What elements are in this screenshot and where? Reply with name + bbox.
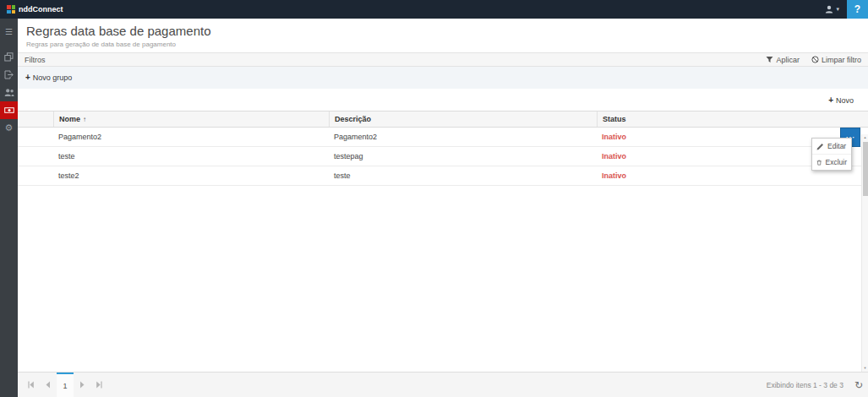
cell-nome: teste2 (53, 171, 329, 180)
layout: ☰ ⚙ (0, 19, 868, 397)
clear-filter-icon (811, 56, 819, 63)
grid-header: Nome ↑ Descrição Status (18, 111, 868, 128)
grid-toolbar: + Novo (18, 89, 868, 111)
scroll-down-icon[interactable]: ▼ (862, 365, 868, 372)
sort-asc-icon: ↑ (83, 116, 86, 123)
cell-descricao: Pagamento2 (329, 133, 597, 141)
page-head: Regras data base de pagamento Regras par… (18, 19, 868, 52)
user-menu-button[interactable]: ▾ (817, 0, 847, 19)
status-badge: Inativo (597, 171, 868, 180)
export-icon (4, 70, 14, 79)
plus-icon: + (828, 96, 833, 105)
delete-menu-label: Excluir (825, 158, 847, 166)
scrollbar-thumb[interactable] (863, 142, 868, 196)
sidebar-item-payments[interactable] (0, 101, 18, 119)
data-grid: Nome ↑ Descrição Status Pagamento2 Pagam… (18, 111, 868, 186)
next-page-icon (79, 381, 85, 389)
scroll-up-icon[interactable]: ▲ (862, 134, 868, 141)
sidebar-menu-toggle[interactable]: ☰ (0, 23, 18, 41)
documents-icon (4, 52, 14, 62)
new-group-button[interactable]: + Novo grupo (25, 73, 72, 82)
items-summary: Exibindo itens 1 - 3 de 3 (767, 381, 843, 389)
user-icon (825, 5, 833, 14)
sidebar: ☰ ⚙ (0, 19, 18, 397)
cell-descricao: teste (329, 171, 597, 180)
new-group-label: Novo grupo (33, 73, 73, 82)
gear-icon: ⚙ (5, 122, 14, 133)
last-page-icon (96, 381, 102, 389)
apply-filter-label: Aplicar (776, 56, 800, 64)
cell-nome: teste (53, 152, 329, 160)
first-page-icon (28, 381, 35, 389)
edit-menu-item[interactable]: Editar (812, 139, 851, 154)
plus-icon: + (25, 73, 30, 82)
hamburger-icon: ☰ (5, 27, 13, 36)
apply-filter-button[interactable]: Aplicar (766, 56, 800, 64)
brand-name: nddConnect (19, 5, 63, 14)
sidebar-item-documents[interactable] (0, 48, 18, 66)
help-button[interactable]: ? (847, 0, 868, 19)
payment-icon (4, 106, 14, 115)
pagination-bar: 1 Exibindo itens 1 - 3 de 3 ↻ (18, 372, 868, 397)
page-subtitle: Regras para geração de data base de paga… (26, 41, 860, 48)
topbar-right: ▾ ? (817, 0, 868, 19)
clear-filter-button[interactable]: Limpar filtro (811, 56, 861, 64)
previous-page-button[interactable] (40, 373, 57, 397)
pager: 1 (23, 373, 107, 397)
refresh-button[interactable]: ↻ (854, 379, 863, 391)
column-header-descricao[interactable]: Descrição (329, 111, 597, 127)
column-header-nome[interactable]: Nome ↑ (53, 111, 329, 127)
filter-bar: Filtros Aplicar Limpar filtro (18, 52, 868, 67)
delete-menu-item[interactable]: Excluir (812, 154, 851, 170)
pencil-icon (816, 143, 824, 150)
topbar: nddConnect ▾ ? (0, 0, 868, 19)
page-title: Regras data base de pagamento (26, 24, 860, 38)
sidebar-item-users[interactable] (0, 84, 18, 101)
users-icon (4, 88, 14, 97)
previous-page-icon (45, 381, 52, 389)
home-logo-button[interactable]: nddConnect (0, 0, 70, 19)
new-label: Novo (836, 96, 854, 105)
row-context-menu: Editar Excluir (811, 138, 852, 171)
vertical-scrollbar[interactable]: ▲ ▼ (861, 134, 868, 372)
table-row[interactable]: teste testepag Inativo (18, 147, 868, 166)
cell-nome: Pagamento2 (53, 133, 329, 141)
last-page-button[interactable] (90, 373, 107, 397)
pagination-info: Exibindo itens 1 - 3 de 3 ↻ (767, 373, 863, 397)
filter-actions: Aplicar Limpar filtro (766, 56, 861, 64)
sidebar-item-export[interactable] (0, 66, 18, 84)
column-label: Descrição (335, 115, 371, 123)
column-header-status[interactable]: Status (597, 111, 868, 127)
chevron-down-icon: ▾ (836, 6, 839, 13)
column-label: Status (603, 115, 626, 123)
group-band: + Novo grupo (18, 67, 868, 89)
ndd-logo-icon (7, 5, 15, 14)
funnel-icon (766, 56, 773, 63)
new-button[interactable]: + Novo (828, 96, 854, 105)
cell-descricao: testepag (329, 152, 597, 160)
main-content: Regras data base de pagamento Regras par… (18, 19, 868, 397)
edit-menu-label: Editar (827, 142, 846, 150)
clear-filter-label: Limpar filtro (822, 56, 861, 64)
first-page-button[interactable] (23, 373, 40, 397)
current-page-button[interactable]: 1 (57, 373, 74, 397)
trash-icon (816, 159, 822, 166)
selection-column-header (18, 111, 53, 127)
sidebar-item-settings[interactable]: ⚙ (0, 119, 18, 137)
filters-label: Filtros (25, 56, 46, 64)
column-label: Nome (59, 115, 80, 123)
table-row[interactable]: teste2 teste Inativo (18, 166, 868, 186)
next-page-button[interactable] (74, 373, 90, 397)
table-row[interactable]: Pagamento2 Pagamento2 Inativo ⋯ Editar (18, 128, 868, 147)
